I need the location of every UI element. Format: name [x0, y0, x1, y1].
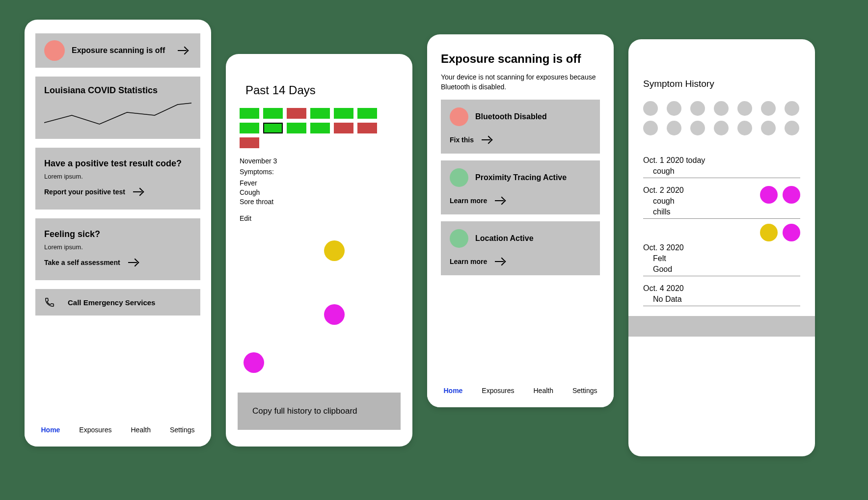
- status-card[interactable]: Location Active Learn more: [441, 221, 600, 275]
- day-cell[interactable]: [287, 123, 306, 133]
- day-cell[interactable]: [357, 108, 377, 119]
- self-assessment-action[interactable]: Take a self assessment: [44, 258, 191, 267]
- status-card-action[interactable]: Learn more: [450, 257, 591, 266]
- nav-settings[interactable]: Settings: [170, 426, 195, 434]
- status-card[interactable]: Bluetooth Disabled Fix this: [441, 100, 600, 154]
- status-card-label: Location Active: [475, 234, 534, 243]
- positive-subtitle: Lorem ipsum.: [44, 173, 191, 180]
- severity-dot-icon: [760, 186, 778, 204]
- page-title: Exposure scanning is off: [441, 52, 600, 66]
- history-row[interactable]: Oct. 3 2020 Felt Good: [643, 241, 800, 276]
- symptom-item: Good: [643, 265, 800, 274]
- sick-title: Feeling sick?: [44, 229, 191, 239]
- page-title: Symptom History: [643, 79, 800, 89]
- exposure-detail-screen: Exposure scanning is off Your device is …: [427, 34, 614, 407]
- edit-link[interactable]: Edit: [240, 214, 251, 222]
- arrow-right-icon: [178, 46, 191, 55]
- day-dot-icon: [667, 101, 681, 116]
- statistics-card[interactable]: Louisiana COVID Statistics: [35, 77, 200, 139]
- day-cell[interactable]: [310, 108, 330, 119]
- action-label: Learn more: [450, 197, 487, 205]
- symptom-item: Fever: [240, 179, 399, 188]
- nav-health[interactable]: Health: [131, 426, 150, 434]
- action-label: Learn more: [450, 258, 487, 265]
- status-card-label: Proximity Tracing Active: [475, 173, 567, 182]
- history-screen: Past 14 Days November 3 Symptoms: FeverC…: [226, 54, 412, 447]
- copy-history-button[interactable]: Copy full history to clipboard: [238, 393, 401, 430]
- stats-title: Louisiana COVID Statistics: [44, 85, 191, 96]
- severity-dot-icon: [783, 224, 800, 241]
- symptom-history-screen: Symptom History: [628, 39, 815, 456]
- copy-label: Copy full history to clipboard: [252, 406, 357, 416]
- day-dot-icon: [785, 121, 799, 135]
- action-label: Fix this: [450, 136, 474, 144]
- positive-title: Have a positive test result code?: [44, 158, 191, 169]
- day-dot-icon: [643, 121, 658, 135]
- day-dot-icon: [690, 101, 705, 116]
- history-row[interactable]: Oct. 4 2020 No Data: [643, 276, 800, 306]
- bottom-nav: Home Exposures Health Settings: [427, 378, 614, 407]
- day-cell[interactable]: [240, 137, 259, 148]
- status-card[interactable]: Proximity Tracing Active Learn more: [441, 160, 600, 214]
- day-dot-icon: [643, 101, 658, 116]
- week-dots-row: [643, 121, 800, 135]
- nav-exposures[interactable]: Exposures: [482, 387, 514, 395]
- nav-settings[interactable]: Settings: [572, 387, 597, 395]
- day-cell[interactable]: [310, 123, 330, 133]
- action-label: Report your positive test: [44, 188, 125, 196]
- day-grid: [240, 108, 399, 148]
- day-cell[interactable]: [334, 108, 353, 119]
- severity-dot-icon: [783, 186, 800, 204]
- status-card-label: Bluetooth Disabled: [475, 112, 547, 121]
- status-dot-icon: [450, 229, 468, 248]
- history-date: Oct. 1 2020 today: [643, 156, 800, 165]
- symptom-item: Felt: [643, 254, 800, 263]
- symptom-item: No Data: [643, 295, 800, 304]
- day-cell[interactable]: [263, 108, 283, 119]
- day-dot-icon: [761, 121, 776, 135]
- day-dot-icon: [714, 121, 729, 135]
- line-chart-icon: [44, 101, 191, 130]
- emergency-label: Call Emergency Services: [68, 298, 155, 307]
- status-card-action[interactable]: Fix this: [450, 135, 591, 145]
- report-positive-action[interactable]: Report your positive test: [44, 187, 191, 197]
- day-dot-icon: [737, 101, 752, 116]
- annotation-dot-icon: [324, 304, 345, 325]
- history-row[interactable]: Oct. 1 2020 today cough: [643, 148, 800, 178]
- sick-subtitle: Lorem ipsum.: [44, 243, 191, 251]
- exposure-status-banner[interactable]: Exposure scanning is off: [35, 33, 200, 68]
- day-cell[interactable]: [263, 123, 283, 133]
- history-date: Oct. 2 2020: [643, 186, 760, 195]
- day-cell[interactable]: [240, 123, 259, 133]
- nav-health[interactable]: Health: [533, 387, 553, 395]
- arrow-right-icon: [495, 257, 509, 266]
- annotation-dot-icon: [324, 240, 345, 261]
- nav-exposures[interactable]: Exposures: [79, 426, 111, 434]
- day-dot-icon: [667, 121, 681, 135]
- status-dot-icon: [44, 40, 65, 61]
- nav-home[interactable]: Home: [41, 426, 60, 434]
- arrow-right-icon: [128, 258, 142, 267]
- nav-home[interactable]: Home: [443, 387, 462, 395]
- action-label: Take a self assessment: [44, 259, 120, 266]
- home-screen: Exposure scanning is off Louisiana COVID…: [25, 20, 211, 447]
- day-dot-icon: [785, 101, 799, 116]
- footer-block: [628, 316, 815, 337]
- positive-test-card[interactable]: Have a positive test result code? Lorem …: [35, 148, 200, 210]
- status-label: Exposure scanning is off: [72, 46, 165, 55]
- page-description: Your device is not scanning for exposure…: [441, 73, 600, 92]
- symptoms-header: Symptoms:: [240, 168, 399, 176]
- call-emergency-card[interactable]: Call Emergency Services: [35, 289, 200, 316]
- day-cell[interactable]: [240, 108, 259, 119]
- day-cell[interactable]: [287, 108, 306, 119]
- symptom-item: cough: [643, 167, 800, 176]
- day-cell[interactable]: [357, 123, 377, 133]
- feeling-sick-card[interactable]: Feeling sick? Lorem ipsum. Take a self a…: [35, 218, 200, 280]
- history-row[interactable]: Oct. 2 2020 cough chills: [643, 178, 800, 219]
- history-date: Oct. 4 2020: [643, 284, 800, 293]
- day-cell[interactable]: [334, 123, 353, 133]
- status-card-action[interactable]: Learn more: [450, 196, 591, 206]
- arrow-right-icon: [482, 135, 495, 145]
- past-14-title: Past 14 Days: [245, 83, 399, 97]
- symptom-item: Sore throat: [240, 197, 399, 207]
